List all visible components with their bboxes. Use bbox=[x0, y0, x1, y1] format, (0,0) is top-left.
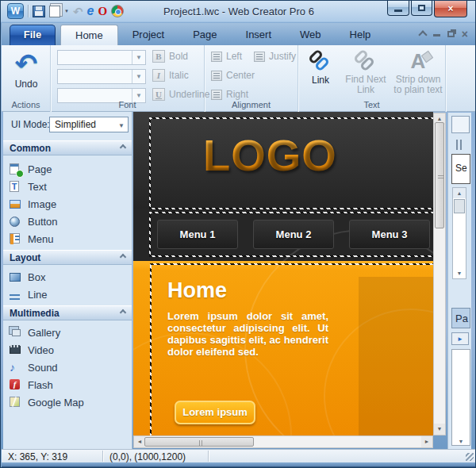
dropdown-arrow-icon[interactable]: ▼ bbox=[132, 70, 145, 83]
ribbon-group-font: ▼ ▼ ▼ B Bold I Italic U Underline Font bbox=[51, 45, 205, 112]
toolbox-item-image[interactable]: Image bbox=[10, 196, 56, 212]
align-left-button[interactable]: Left bbox=[211, 51, 242, 62]
toolbox-item-button[interactable]: Button bbox=[10, 213, 58, 229]
site-logo[interactable]: LOGO bbox=[203, 129, 337, 181]
site-menu-item-2[interactable]: Menu 2 bbox=[253, 220, 334, 249]
separator bbox=[208, 451, 209, 462]
bold-button[interactable]: B Bold bbox=[152, 50, 188, 63]
mdi-restore-icon[interactable] bbox=[447, 31, 455, 37]
separator bbox=[102, 451, 103, 462]
section-header-layout[interactable]: Layout bbox=[3, 250, 132, 265]
scroll-right-icon[interactable]: ► bbox=[421, 436, 432, 447]
scroll-left-icon[interactable]: ◄ bbox=[134, 436, 145, 447]
panel-scrollbar[interactable]: ▲ ▼ bbox=[452, 187, 466, 279]
canvas-horizontal-scrollbar[interactable]: ◄ ► bbox=[133, 435, 433, 448]
toolbox-item-line[interactable]: Line bbox=[10, 286, 48, 302]
collapse-ribbon-icon[interactable] bbox=[418, 30, 427, 39]
toolbox-item-box[interactable]: Box bbox=[10, 269, 45, 285]
ui-mode-label: UI Mode: bbox=[11, 119, 50, 130]
toolbox-item-menu[interactable]: Menu bbox=[10, 231, 54, 247]
design-canvas[interactable]: LOGO Menu 1 Menu 2 Menu 3 Home Lorem ips… bbox=[133, 112, 433, 435]
flash-icon: f bbox=[10, 379, 20, 389]
scroll-down-icon[interactable]: ▼ bbox=[452, 439, 470, 444]
right-dock-panel: Se ▲ ▼ Pa ► ▼ bbox=[447, 113, 471, 449]
undo-icon: ↶ bbox=[7, 48, 45, 79]
italic-icon: I bbox=[152, 69, 165, 82]
mdi-close-icon[interactable]: × bbox=[462, 30, 468, 38]
resize-grip[interactable] bbox=[466, 453, 474, 461]
site-lorem-button[interactable]: Lorem ipsum bbox=[175, 401, 255, 424]
dropdown-arrow-icon[interactable]: ▼ bbox=[118, 122, 125, 129]
tab-project[interactable]: Project bbox=[118, 25, 178, 45]
image-icon bbox=[10, 200, 21, 209]
find-next-link-button[interactable]: Find Next Link bbox=[340, 49, 392, 95]
panel-tab-pages[interactable]: Pa bbox=[451, 308, 470, 328]
status-bar: X: 365, Y: 319 (0,0), (1000,1200) bbox=[2, 449, 476, 462]
link-button[interactable]: Link bbox=[303, 49, 338, 86]
file-menu-button[interactable]: File bbox=[10, 25, 56, 45]
toolbox-item-flash[interactable]: fFlash bbox=[10, 377, 53, 393]
align-center-icon bbox=[211, 71, 222, 81]
vertical-scroll-thumb[interactable] bbox=[435, 122, 444, 228]
toolbox-item-google-map[interactable]: Google Map bbox=[10, 394, 84, 410]
button-icon bbox=[10, 217, 20, 227]
strip-plain-text-button[interactable]: A Strip down to plain text bbox=[392, 49, 444, 95]
section-header-common[interactable]: Common bbox=[3, 140, 132, 155]
align-left-icon bbox=[211, 52, 222, 62]
minimize-button[interactable] bbox=[387, 1, 409, 16]
font-style-select[interactable]: ▼ bbox=[57, 69, 146, 84]
cursor-position: X: 365, Y: 319 bbox=[8, 451, 67, 462]
toolbox-item-video[interactable]: Video bbox=[10, 342, 54, 358]
page-icon bbox=[10, 163, 19, 175]
align-right-icon bbox=[211, 90, 222, 100]
panel-scroll-thumb[interactable] bbox=[454, 199, 465, 213]
toolbox-item-gallery[interactable]: Gallery bbox=[10, 324, 60, 340]
toolbox-panel: UI Mode: Simplified ▼ Common Page TText … bbox=[3, 112, 132, 449]
tab-insert[interactable]: Insert bbox=[232, 25, 286, 45]
horizontal-scroll-thumb[interactable] bbox=[144, 437, 254, 447]
panel-button[interactable] bbox=[451, 116, 470, 133]
canvas-vertical-scrollbar[interactable]: ▲ ▼ bbox=[433, 113, 446, 435]
ribbon-group-text: Link Find Next Link A Strip down to plai… bbox=[298, 45, 446, 112]
window-controls: × bbox=[386, 1, 467, 17]
italic-button[interactable]: I Italic bbox=[152, 69, 189, 82]
tab-help[interactable]: Help bbox=[336, 25, 386, 45]
site-menu-item-1[interactable]: Menu 1 bbox=[157, 220, 238, 249]
scroll-down-icon[interactable]: ▼ bbox=[453, 268, 466, 278]
site-menu-item-3[interactable]: Menu 3 bbox=[349, 220, 430, 249]
toolbox-item-text[interactable]: TText bbox=[10, 178, 47, 194]
chevron-up-icon bbox=[120, 309, 126, 316]
toolbox-item-page[interactable]: Page bbox=[10, 161, 52, 177]
toolbox-item-sound[interactable]: ♪Sound bbox=[10, 359, 58, 375]
section-header-multimedia[interactable]: Multimedia bbox=[3, 305, 132, 320]
font-family-select[interactable]: ▼ bbox=[57, 50, 146, 65]
tab-home[interactable]: Home bbox=[60, 25, 118, 45]
align-right-button[interactable]: Right bbox=[211, 89, 248, 100]
scroll-down-icon[interactable]: ▼ bbox=[434, 424, 445, 435]
maximize-button[interactable] bbox=[411, 1, 432, 16]
ribbon-tab-bar: File Home Project Page Insert Web Help × bbox=[2, 23, 476, 45]
mdi-minimize-icon[interactable] bbox=[433, 34, 440, 36]
panel-tab-settings[interactable]: Se bbox=[451, 154, 470, 184]
align-center-button[interactable]: Center bbox=[211, 70, 255, 81]
group-label-actions: Actions bbox=[2, 100, 50, 109]
group-label-alignment: Alignment bbox=[205, 100, 298, 109]
splitter-grip[interactable] bbox=[456, 140, 458, 150]
group-label-font: Font bbox=[51, 100, 204, 109]
play-icon[interactable]: ► bbox=[451, 332, 469, 345]
ui-mode-select[interactable]: Simplified ▼ bbox=[49, 117, 129, 132]
site-heading[interactable]: Home bbox=[167, 278, 227, 303]
scroll-up-icon[interactable]: ▲ bbox=[453, 188, 466, 198]
line-icon bbox=[10, 290, 21, 302]
tab-web[interactable]: Web bbox=[286, 25, 336, 45]
site-paragraph[interactable]: Lorem ipsum dolor sit amet, consectetur … bbox=[167, 310, 328, 358]
close-button[interactable]: × bbox=[434, 1, 467, 17]
panel-list[interactable]: ▼ bbox=[451, 349, 470, 446]
tab-page[interactable]: Page bbox=[178, 25, 231, 45]
underline-button[interactable]: U Underline bbox=[152, 88, 209, 101]
dropdown-arrow-icon[interactable]: ▼ bbox=[132, 51, 145, 64]
chevron-up-icon bbox=[120, 144, 126, 151]
undo-button[interactable]: ↶ Undo bbox=[7, 48, 45, 98]
align-justify-button[interactable]: Justify bbox=[254, 51, 296, 62]
close-icon: × bbox=[447, 3, 453, 14]
